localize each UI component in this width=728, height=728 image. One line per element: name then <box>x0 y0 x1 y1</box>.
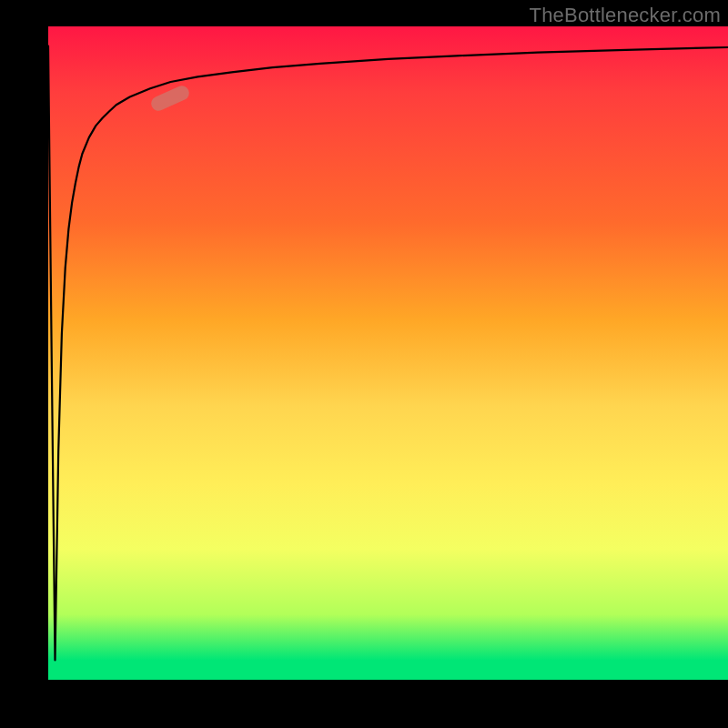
chart-curve <box>48 26 728 680</box>
watermark-label: TheBottlenecker.com <box>530 4 721 27</box>
chart-plot-area <box>48 26 728 680</box>
